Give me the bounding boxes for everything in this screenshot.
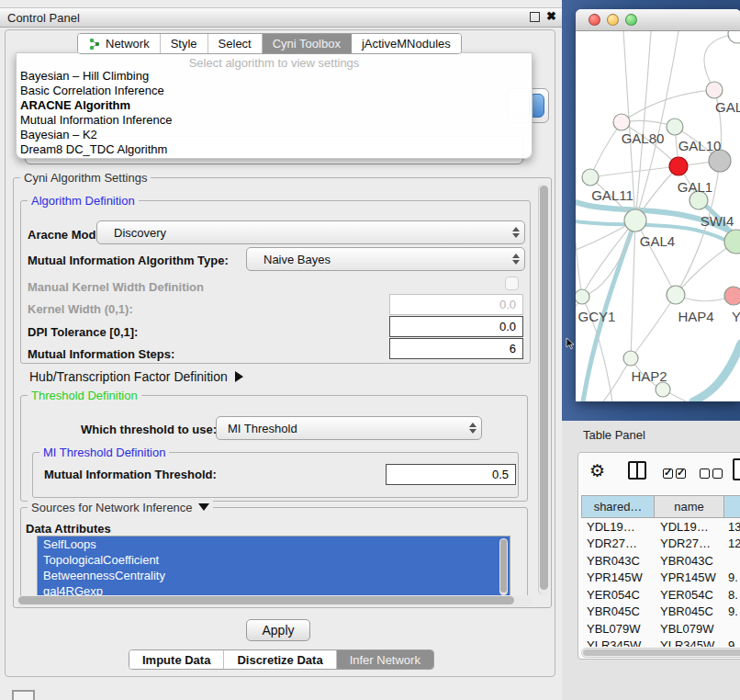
- network-node[interactable]: [667, 119, 683, 135]
- algorithm-option[interactable]: Bayesian – K2: [17, 128, 532, 142]
- table-body[interactable]: YDL19…YDL19…13YDR27…YDR27…12YBR043CYBR04…: [581, 518, 740, 647]
- kernel-width-label: Kernel Width (0,1):: [28, 302, 133, 316]
- table-row[interactable]: YDL19…YDL19…13: [581, 518, 740, 536]
- network-node[interactable]: [582, 169, 599, 186]
- network-node[interactable]: [667, 286, 685, 304]
- mi-algorithm-type-combo[interactable]: Naive Bayes: [246, 247, 525, 271]
- column-header-name[interactable]: name: [655, 495, 724, 518]
- manual-kernel-label: Manual Kernel Width Definition: [28, 280, 204, 294]
- table-toolbar: ⚙: [578, 453, 740, 493]
- network-node[interactable]: [576, 289, 589, 304]
- node-label: SWI4: [701, 213, 734, 229]
- hub-definition-toggle[interactable]: Hub/Transcription Factor Definition: [29, 369, 243, 384]
- table-cell: YBR043C: [655, 554, 724, 568]
- apply-button[interactable]: Apply: [246, 619, 310, 641]
- gear-icon[interactable]: ⚙: [589, 460, 605, 481]
- table-cell: YER054C: [655, 588, 724, 602]
- minimize-traffic-light-icon[interactable]: [607, 14, 619, 26]
- algorithm-option[interactable]: Basic Correlation Inference: [17, 84, 532, 98]
- network-node[interactable]: [669, 157, 688, 175]
- table-cell: YLR345W: [581, 638, 655, 647]
- network-node[interactable]: [624, 209, 646, 231]
- algorithm-option[interactable]: Bayesian – Hill Climbing: [17, 69, 532, 84]
- table-row[interactable]: YPR145WYPR145W9.: [581, 570, 740, 587]
- table-row[interactable]: YLR345WYLR345W9.: [581, 638, 740, 648]
- network-node[interactable]: [613, 114, 630, 130]
- table-cell: 9.: [724, 570, 740, 584]
- algorithm-option[interactable]: Dream8 DC_TDC Algorithm: [17, 142, 532, 157]
- tab-label: Cyni Toolbox: [273, 37, 341, 51]
- aracne-mode-combo[interactable]: Discovery: [96, 220, 525, 244]
- mouse-cursor: [566, 337, 575, 350]
- float-panel-icon[interactable]: [530, 12, 540, 22]
- mi-steps-field[interactable]: 6: [389, 338, 523, 359]
- close-panel-icon[interactable]: ✖: [546, 9, 556, 23]
- bottom-tab-infer-network[interactable]: Infer Network: [337, 650, 433, 669]
- network-graph: GALGAL80GAL10GAL1GAL11SWI4GAL4GCY1HAP4YH…: [576, 31, 740, 401]
- kernel-width-field[interactable]: 0.0: [389, 294, 523, 315]
- column-header-shared[interactable]: shared…: [581, 495, 655, 518]
- dpi-tolerance-field[interactable]: 0.0: [389, 316, 523, 337]
- tab-select[interactable]: Select: [208, 34, 263, 53]
- minimized-panel-icon[interactable]: [12, 690, 35, 700]
- algorithm-option[interactable]: ARACNE Algorithm: [17, 98, 532, 113]
- tab-cyni-toolbox[interactable]: Cyni Toolbox: [263, 34, 352, 53]
- zoom-traffic-light-icon[interactable]: [625, 14, 637, 26]
- network-view-window: GALGAL80GAL10GAL1GAL11SWI4GAL4GCY1HAP4YH…: [576, 9, 740, 401]
- mi-threshold-field[interactable]: 0.5: [386, 464, 516, 485]
- table-cell: YDR27…: [581, 536, 655, 550]
- columns-icon[interactable]: [628, 461, 646, 480]
- combo-spinner-icon: [508, 254, 524, 265]
- network-node[interactable]: [706, 82, 723, 98]
- table-row[interactable]: YDR27…YDR27…12: [581, 536, 740, 553]
- table-header[interactable]: shared… name: [581, 495, 740, 518]
- network-node[interactable]: [724, 230, 740, 254]
- tab-style[interactable]: Style: [161, 34, 208, 53]
- network-node[interactable]: [728, 31, 740, 43]
- table-horizontal-scrollbar[interactable]: [581, 648, 740, 658]
- table-cell: YBL079W: [655, 622, 724, 636]
- close-traffic-light-icon[interactable]: [589, 14, 600, 26]
- tab-label: Style: [171, 37, 197, 51]
- export-table-icon[interactable]: [733, 458, 740, 480]
- network-node[interactable]: [623, 351, 638, 366]
- tab-label: jActiveMNodules: [362, 37, 451, 51]
- tab-jactivemnodules[interactable]: jActiveMNodules: [352, 34, 461, 53]
- manual-kernel-checkbox[interactable]: [505, 277, 519, 290]
- which-threshold-combo[interactable]: MI Threshold: [216, 416, 482, 440]
- algorithm-definition-title: Algorithm Definition: [28, 194, 139, 208]
- deselect-all-checkboxes-icon[interactable]: [700, 466, 725, 482]
- bottom-tab-discretize-data[interactable]: Discretize Data: [224, 650, 336, 669]
- table-cell: 12: [724, 536, 740, 550]
- cyni-settings-title: Cyni Algorithm Settings: [20, 171, 151, 185]
- table-row[interactable]: YBR043CYBR043C: [581, 552, 740, 570]
- attribute-item[interactable]: TopologicalCoefficient: [38, 552, 510, 568]
- attribute-item[interactable]: BetweennessCentrality: [38, 568, 510, 583]
- attributes-scrollbar[interactable]: [499, 538, 508, 595]
- network-node[interactable]: [724, 287, 740, 305]
- column-header-partial[interactable]: [724, 495, 740, 518]
- settings-vertical-scrollbar[interactable]: [538, 184, 549, 595]
- chevron-down-icon: [198, 503, 209, 511]
- table-row[interactable]: YBR045CYBR045C9.: [581, 604, 740, 621]
- select-all-checkboxes-icon[interactable]: [663, 466, 689, 482]
- data-attributes-label: Data Attributes: [26, 522, 111, 536]
- network-node[interactable]: [656, 382, 670, 397]
- node-label: GAL11: [591, 187, 633, 203]
- table-cell: YDL19…: [581, 520, 655, 534]
- app-root: GALGAL80GAL10GAL1GAL11SWI4GAL4GCY1HAP4YH…: [0, 0, 740, 700]
- network-canvas[interactable]: GALGAL80GAL10GAL1GAL11SWI4GAL4GCY1HAP4YH…: [576, 31, 740, 401]
- data-attributes-list[interactable]: SelfLoopsTopologicalCoefficientBetweenne…: [37, 536, 510, 600]
- bottom-tab-impute-data[interactable]: Impute Data: [129, 650, 224, 669]
- algorithm-option[interactable]: Mutual Information Inference: [17, 113, 532, 128]
- sources-group-title[interactable]: Sources for Network Inference: [28, 501, 213, 514]
- table-row[interactable]: YER054CYER054C8.: [581, 586, 740, 604]
- mi-algorithm-type-label: Mutual Information Algorithm Type:: [28, 254, 229, 267]
- node-label: GAL: [715, 99, 740, 115]
- network-window-titlebar[interactable]: [576, 9, 740, 31]
- tab-network[interactable]: Network: [78, 34, 161, 53]
- settings-horizontal-scrollbar[interactable]: [17, 595, 533, 606]
- node-label: HAP2: [631, 368, 667, 384]
- attribute-item[interactable]: SelfLoops: [38, 536, 510, 552]
- table-row[interactable]: YBL079WYBL079W: [581, 620, 740, 638]
